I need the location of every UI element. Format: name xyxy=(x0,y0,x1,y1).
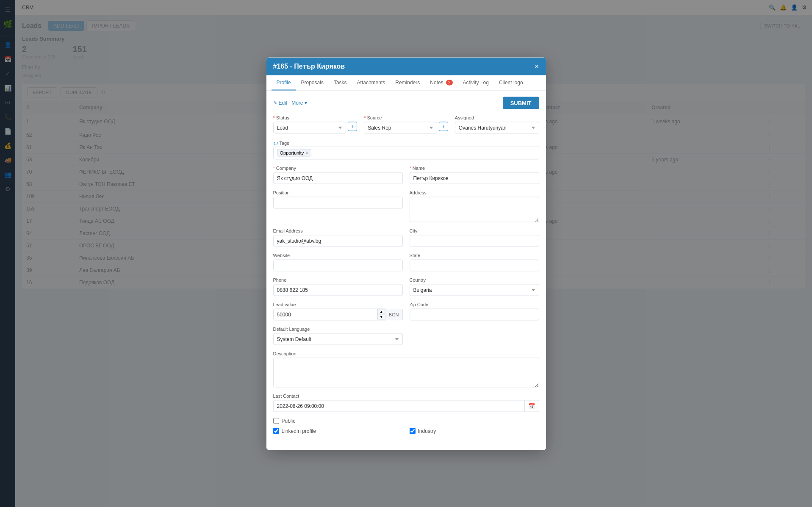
industry-label: Industry xyxy=(418,428,436,434)
description-textarea[interactable] xyxy=(273,357,539,387)
industry-row: Industry xyxy=(410,428,539,434)
chevron-down-icon: ▾ xyxy=(305,100,307,106)
tab-notes[interactable]: Notes 2 xyxy=(425,75,457,90)
tab-reminders[interactable]: Reminders xyxy=(390,75,425,90)
tag-icon: 🏷 xyxy=(273,140,278,145)
edit-label: Edit xyxy=(279,100,288,106)
assigned-select[interactable]: Ovanes Harutyunyan xyxy=(455,122,539,133)
name-group: Name xyxy=(410,165,539,184)
modal-actions: ✎ Edit More ▾ SUBMIT xyxy=(273,97,539,109)
public-checkbox[interactable] xyxy=(273,418,279,424)
lead-value-increment[interactable]: ▲ xyxy=(377,309,385,314)
website-input[interactable] xyxy=(273,259,403,271)
action-left: ✎ Edit More ▾ xyxy=(273,100,307,106)
address-textarea[interactable] xyxy=(410,197,539,222)
state-label: State xyxy=(410,252,539,258)
language-spacer xyxy=(410,326,539,345)
name-input[interactable] xyxy=(410,172,539,184)
source-add-button[interactable]: + xyxy=(439,122,448,131)
name-label: Name xyxy=(410,165,539,170)
website-group: Website xyxy=(273,252,403,271)
tab-tasks[interactable]: Tasks xyxy=(329,75,352,90)
last-contact-input-group: 📅 xyxy=(273,400,539,412)
zip-input[interactable] xyxy=(410,308,539,320)
language-select[interactable]: System Default English Bulgarian xyxy=(273,333,403,345)
source-select[interactable]: Sales Rep Website Referral Other xyxy=(364,122,437,133)
tag-remove-button[interactable]: × xyxy=(305,150,308,155)
assigned-group: Assigned Ovanes Harutyunyan xyxy=(455,115,539,133)
form-row-language: Default Language System Default English … xyxy=(273,326,539,345)
public-label: Public xyxy=(282,418,296,424)
tab-profile[interactable]: Profile xyxy=(272,75,296,90)
industry-checkbox[interactable] xyxy=(410,428,416,434)
lead-value-input-group: ▲ ▼ BGN xyxy=(273,308,403,320)
status-select[interactable]: Lead Opportunity Customer Inactive xyxy=(273,122,346,133)
tag-opportunity: Opportunity × xyxy=(277,149,312,156)
source-input-group: Sales Rep Website Referral Other + xyxy=(364,122,448,133)
edit-icon: ✎ xyxy=(273,100,277,106)
phone-input[interactable] xyxy=(273,284,403,296)
status-label: Status xyxy=(273,115,358,120)
company-label: Company xyxy=(273,165,403,170)
linkedin-checkbox[interactable] xyxy=(273,428,279,434)
form-row-website-state: Website State xyxy=(273,252,539,271)
address-group: Address xyxy=(410,190,539,222)
modal-body: ✎ Edit More ▾ SUBMIT Status Lead Opportu… xyxy=(266,91,546,450)
last-contact-input[interactable] xyxy=(273,400,525,412)
tab-proposals[interactable]: Proposals xyxy=(296,75,329,90)
tag-input-area[interactable]: Opportunity × xyxy=(273,146,539,159)
modal-close-button[interactable]: × xyxy=(535,62,539,70)
form-row-company-name: Company Name xyxy=(273,165,539,184)
source-group: Source Sales Rep Website Referral Other … xyxy=(364,115,448,133)
city-group: City xyxy=(410,228,539,247)
lead-value-decrement[interactable]: ▼ xyxy=(377,314,385,320)
state-input[interactable] xyxy=(410,259,539,271)
position-input[interactable] xyxy=(273,197,403,208)
tab-attachments[interactable]: Attachments xyxy=(352,75,391,90)
status-input-group: Lead Opportunity Customer Inactive + xyxy=(273,122,358,133)
form-row-position-address: Position Address xyxy=(273,190,539,222)
company-input[interactable] xyxy=(273,172,403,184)
source-label: Source xyxy=(364,115,448,120)
edit-link[interactable]: ✎ Edit xyxy=(273,100,288,106)
description-group: Description xyxy=(273,351,539,387)
calendar-picker-button[interactable]: 📅 xyxy=(525,400,539,412)
more-link[interactable]: More ▾ xyxy=(291,100,307,106)
submit-button[interactable]: SUBMIT xyxy=(503,97,539,109)
tags-label: 🏷Tags xyxy=(273,140,289,145)
notes-badge: 2 xyxy=(446,80,453,85)
tags-section: 🏷Tags Opportunity × xyxy=(273,139,539,159)
status-add-button[interactable]: + xyxy=(348,122,357,131)
public-row: Public xyxy=(273,418,539,424)
lead-value-group: Lead value ▲ ▼ BGN xyxy=(273,302,403,320)
last-contact-group: Last Contact 📅 xyxy=(273,393,539,412)
lead-value-input[interactable] xyxy=(273,308,377,320)
modal-header: #165 - Петър Киряков × xyxy=(266,57,546,75)
language-label: Default Language xyxy=(273,326,403,331)
email-input[interactable] xyxy=(273,235,403,247)
form-row-phone-country: Phone Country Bulgaria Other xyxy=(273,277,539,296)
city-label: City xyxy=(410,228,539,233)
linkedin-row: LinkedIn profile xyxy=(273,428,403,434)
lead-value-label: Lead value xyxy=(273,302,403,307)
description-label: Description xyxy=(273,351,539,356)
email-group: Email Address xyxy=(273,228,403,247)
company-group: Company xyxy=(273,165,403,184)
form-row-linkedin-industry: LinkedIn profile Industry xyxy=(273,428,539,438)
assigned-label: Assigned xyxy=(455,115,539,120)
position-group: Position xyxy=(273,190,403,222)
form-row-leadvalue-zip: Lead value ▲ ▼ BGN Zip Code xyxy=(273,302,539,320)
last-contact-label: Last Contact xyxy=(273,393,539,398)
country-select[interactable]: Bulgaria Other xyxy=(410,284,539,296)
status-group: Status Lead Opportunity Customer Inactiv… xyxy=(273,115,358,133)
zip-group: Zip Code xyxy=(410,302,539,320)
address-label: Address xyxy=(410,190,539,195)
position-label: Position xyxy=(273,190,403,195)
modal: #165 - Петър Киряков × Profile Proposals… xyxy=(266,57,546,450)
tab-client-logo[interactable]: Client logo xyxy=(494,75,528,90)
website-label: Website xyxy=(273,252,403,258)
city-input[interactable] xyxy=(410,235,539,247)
tab-activity-log[interactable]: Activity Log xyxy=(458,75,494,90)
state-group: State xyxy=(410,252,539,271)
more-label: More xyxy=(291,100,303,106)
